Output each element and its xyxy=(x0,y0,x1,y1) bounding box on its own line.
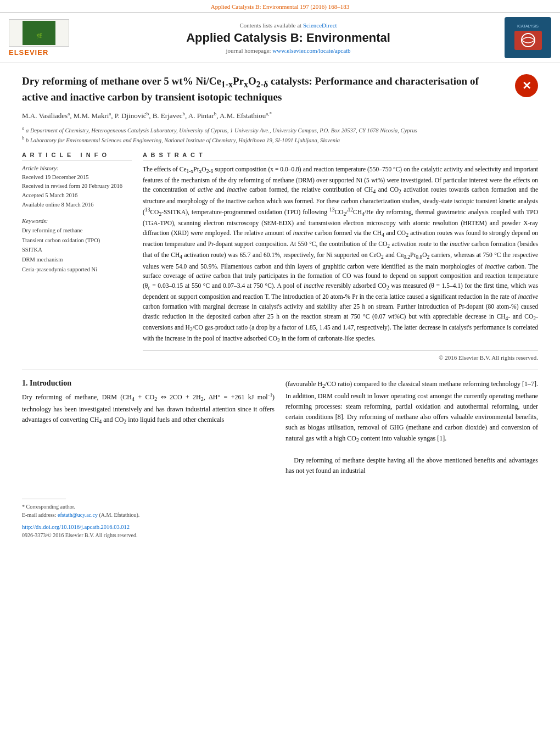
authors-line: M.A. Vasiliadesa, M.M. Makria, P. Djinov… xyxy=(22,111,538,120)
sciencedirect-link[interactable]: ScienceDirect xyxy=(303,22,337,29)
doi-line: http://dx.doi.org/10.1016/j.apcatb.2016.… xyxy=(22,522,538,531)
journal-title: Applied Catalysis B: Environmental xyxy=(80,31,496,45)
issn-line: 0926-3373/© 2016 Elsevier B.V. All right… xyxy=(22,532,538,538)
article-title-section: Dry reforming of methane over 5 wt% Ni/C… xyxy=(22,74,538,104)
email-name: (A.M. Efstathiou). xyxy=(99,512,139,518)
intro-right-text: (favourable H2/CO ratio) compared to the… xyxy=(285,379,538,476)
contents-line: Contents lists available at ScienceDirec… xyxy=(80,22,496,29)
homepage-line: journal homepage: www.elsevier.com/locat… xyxy=(80,47,496,54)
article-body-columns: A R T I C L E I N F O Article history: R… xyxy=(22,152,538,361)
received-date: Received 19 December 2015 Received in re… xyxy=(22,173,132,210)
abstract-col: A B S T R A C T The effects of Ce1-xPrxO… xyxy=(143,152,538,361)
keywords-label: Keywords: xyxy=(22,217,132,224)
section-divider xyxy=(22,370,538,370)
crossmark-badge[interactable]: ✕ xyxy=(515,74,538,97)
keywords-list: Dry reforming of methane Transient carbo… xyxy=(22,226,132,275)
affiliations: a a Department of Chemistry, Heterogeneo… xyxy=(22,125,538,144)
abstract-header: A B S T R A C T xyxy=(143,152,538,160)
abstract-text: The effects of Ce1-xPrxO2-δ support comp… xyxy=(143,165,538,345)
elsevier-logo-area: 🌿 ELSEVIER xyxy=(9,19,80,57)
email-link[interactable]: efstath@ucy.ac.cy xyxy=(58,512,98,518)
intro-right-col: (favourable H2/CO ratio) compared to the… xyxy=(285,379,538,476)
svg-text:🌿: 🌿 xyxy=(36,32,43,39)
section-1-title: 1. Introduction xyxy=(22,379,275,388)
corresponding-note: * Corresponding author. xyxy=(22,503,538,511)
article-info-header: A R T I C L E I N F O xyxy=(22,152,132,160)
main-content: Dry reforming of methane over 5 wt% Ni/C… xyxy=(0,63,560,488)
intro-left-col: 1. Introduction Dry reforming of methane… xyxy=(22,379,275,476)
keywords-block: Keywords: Dry reforming of methane Trans… xyxy=(22,217,132,275)
elsevier-text: ELSEVIER xyxy=(9,48,48,57)
svg-text:✕: ✕ xyxy=(522,80,531,92)
journal-bar: Applied Catalysis B: Environmental 197 (… xyxy=(0,0,560,12)
history-label: Article history: xyxy=(22,165,132,171)
catalysis-logo: ICATALYSIS xyxy=(505,17,551,58)
article-info-col: A R T I C L E I N F O Article history: R… xyxy=(22,152,132,361)
homepage-url[interactable]: www.elsevier.com/locate/apcatb xyxy=(272,47,350,54)
introduction-section: 1. Introduction Dry reforming of methane… xyxy=(22,379,538,476)
elsevier-tree-box: 🌿 xyxy=(9,19,69,47)
header-center: Contents lists available at ScienceDirec… xyxy=(80,22,496,54)
footer-divider xyxy=(22,499,66,499)
page-header: 🌿 ELSEVIER Contents lists available at S… xyxy=(0,12,560,63)
journal-citation: Applied Catalysis B: Environmental 197 (… xyxy=(211,3,349,10)
svg-point-2 xyxy=(522,34,535,47)
affiliation-b: b b Laboratory for Environmental Science… xyxy=(22,135,538,144)
crossmark-icon: ✕ xyxy=(515,74,538,97)
affiliation-a: a a Department of Chemistry, Heterogeneo… xyxy=(22,125,538,135)
page-footer: * Corresponding author. E-mail address: … xyxy=(0,499,560,538)
doi-link[interactable]: http://dx.doi.org/10.1016/j.apcatb.2016.… xyxy=(22,524,130,530)
article-title: Dry reforming of methane over 5 wt% Ni/C… xyxy=(22,74,515,104)
article-history-block: Article history: Received 19 December 20… xyxy=(22,165,132,210)
catalysis-icon xyxy=(517,32,539,48)
email-line: E-mail address: efstath@ucy.ac.cy (A.M. … xyxy=(22,511,538,519)
catalysis-logo-area: ICATALYSIS xyxy=(496,17,551,58)
copyright-line: © 2016 Elsevier B.V. All rights reserved… xyxy=(143,350,538,361)
elsevier-tree-icon: 🌿 xyxy=(23,21,55,45)
email-label: E-mail address: xyxy=(22,512,56,518)
footer-note: * Corresponding author. E-mail address: … xyxy=(22,503,538,519)
intro-left-text: Dry reforming of methane, DRM (CH4 + CO2… xyxy=(22,392,275,426)
